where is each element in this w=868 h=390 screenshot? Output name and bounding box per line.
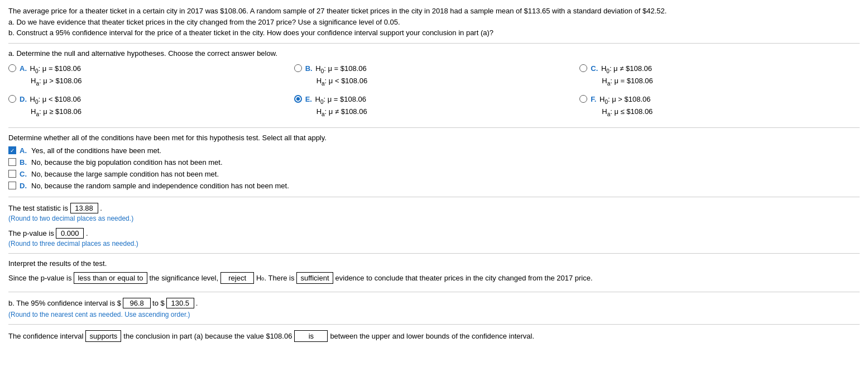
pvalue-note: (Round to three decimal places as needed…	[8, 240, 860, 248]
confidence-section: b. The 95% confidence interval is $ 96.8…	[8, 292, 860, 318]
test-stat-section: The test statistic is 13.88 . (Round to …	[8, 197, 860, 222]
problem-line2: a. Do we have evidence that theater tick…	[8, 17, 860, 28]
condition-A-text: Yes, all of the conditions have been met…	[31, 146, 161, 155]
checkbox-A[interactable]	[8, 146, 16, 154]
pvalue-section: The p-value is 0.000 . (Round to three d…	[8, 228, 860, 248]
condition-B-text: No, because the big population condition…	[31, 158, 223, 167]
checkbox-C[interactable]	[8, 170, 16, 178]
h0-text: H₀. There is	[256, 274, 294, 282]
action-dropdown[interactable]: reject	[220, 272, 254, 284]
pvalue-value[interactable]: 0.000	[56, 228, 84, 239]
radio-C[interactable]	[579, 64, 587, 72]
interpret-label: Interpret the results of the test.	[8, 259, 860, 268]
supports-line: The confidence interval supports the con…	[8, 324, 860, 342]
confidence-upper[interactable]: 130.5	[166, 298, 194, 308]
condition-C[interactable]: C. No, because the large sample conditio…	[8, 170, 860, 178]
comparison-dropdown[interactable]: less than or equal to	[74, 272, 147, 284]
condition-D-text: No, because the random sample and indepe…	[31, 182, 289, 190]
conclusion-middle: the conclusion in part (a) because the v…	[123, 332, 292, 340]
hyp-E-label: E. H0: μ = $108.06	[305, 94, 367, 107]
hyp-D-label: D. H0: μ < $108.06	[20, 94, 81, 107]
radio-D[interactable]	[8, 95, 16, 103]
test-stat-period: .	[100, 204, 102, 212]
condition-B[interactable]: B. No, because the big population condit…	[8, 158, 860, 167]
radio-E[interactable]	[294, 95, 302, 103]
radio-B[interactable]	[294, 64, 302, 72]
condition-D[interactable]: D. No, because the random sample and ind…	[8, 182, 860, 190]
test-stat-note: (Round to two decimal places as needed.)	[8, 215, 860, 222]
problem-text: The average price for a theater ticket i…	[8, 6, 860, 44]
evidence-dropdown[interactable]: sufficient	[296, 272, 333, 284]
conditions-section: Determine whether all of the conditions …	[8, 127, 860, 190]
pvalue-label: The p-value is	[8, 229, 54, 237]
hypotheses-grid: A. H0: μ = $108.06 Ha: μ > $108.06 B. H0…	[8, 63, 860, 119]
since-middle: the significance level,	[150, 274, 219, 282]
hyp-C-ha: Ha: μ = $108.06	[591, 75, 653, 88]
supports-dropdown[interactable]: supports	[85, 330, 121, 342]
confidence-label: b. The 95% confidence interval is $	[8, 299, 121, 307]
conclusion-prefix: The confidence interval	[8, 332, 83, 340]
problem-line1: The average price for a theater ticket i…	[8, 6, 860, 17]
since-prefix: Since the p-value is	[8, 274, 71, 282]
hyp-F-ha: Ha: μ ≤ $108.06	[591, 106, 653, 119]
hyp-E-ha: Ha: μ ≠ $108.06	[305, 106, 367, 119]
hypothesis-option-A[interactable]: A. H0: μ = $108.06 Ha: μ > $108.06	[8, 63, 289, 88]
part-a-label: a. Determine the null and alternative hy…	[8, 49, 860, 58]
hypothesis-option-E[interactable]: E. H0: μ = $108.06 Ha: μ ≠ $108.06	[294, 94, 574, 119]
radio-A[interactable]	[8, 64, 16, 72]
conditions-label: Determine whether all of the conditions …	[8, 134, 860, 142]
confidence-to: to $	[152, 299, 165, 307]
hyp-D-ha: Ha: μ ≥ $108.06	[20, 106, 81, 119]
hypothesis-option-B[interactable]: B. H0: μ = $108.06 Ha: μ < $108.06	[294, 63, 574, 88]
hyp-B-label: B. H0: μ = $108.06	[305, 63, 367, 76]
condition-C-text: No, because the large sample condition h…	[31, 170, 219, 178]
test-stat-value[interactable]: 13.88	[70, 203, 98, 213]
checkbox-D[interactable]	[8, 182, 16, 189]
confidence-line: b. The 95% confidence interval is $ 96.8…	[8, 298, 860, 308]
condition-A[interactable]: A. Yes, all of the conditions have been …	[8, 146, 860, 155]
test-stat-label: The test statistic is	[8, 204, 68, 212]
interpret-section: Interpret the results of the test. Since…	[8, 253, 860, 284]
hyp-C-label: C. H0: μ ≠ $108.06	[591, 63, 653, 76]
problem-line3: b. Construct a 95% confidence interval f…	[8, 27, 860, 39]
hypothesis-option-D[interactable]: D. H0: μ < $108.06 Ha: μ ≥ $108.06	[8, 94, 289, 119]
hyp-A-label: A. H0: μ = $108.06	[20, 63, 81, 76]
hyp-F-label: F. H0: μ > $108.06	[591, 94, 653, 107]
confidence-lower[interactable]: 96.8	[123, 298, 151, 308]
since-line: Since the p-value is less than or equal …	[8, 272, 860, 284]
hypothesis-option-C[interactable]: C. H0: μ ≠ $108.06 Ha: μ = $108.06	[579, 63, 860, 88]
conclusion-suffix: between the upper and lower bounds of th…	[330, 332, 534, 340]
confidence-period: .	[196, 299, 198, 307]
hyp-B-ha: Ha: μ < $108.06	[305, 75, 367, 88]
confidence-note: (Round to the nearest cent as needed. Us…	[8, 311, 860, 318]
pvalue-period: .	[86, 229, 88, 237]
radio-F[interactable]	[579, 95, 587, 103]
checkbox-B[interactable]	[8, 158, 16, 166]
hypothesis-option-F[interactable]: F. H0: μ > $108.06 Ha: μ ≤ $108.06	[579, 94, 860, 119]
hyp-A-ha: Ha: μ > $108.06	[20, 75, 81, 88]
since-suffix: evidence to conclude that theater prices…	[335, 274, 593, 282]
is-dropdown[interactable]: is	[294, 330, 328, 342]
